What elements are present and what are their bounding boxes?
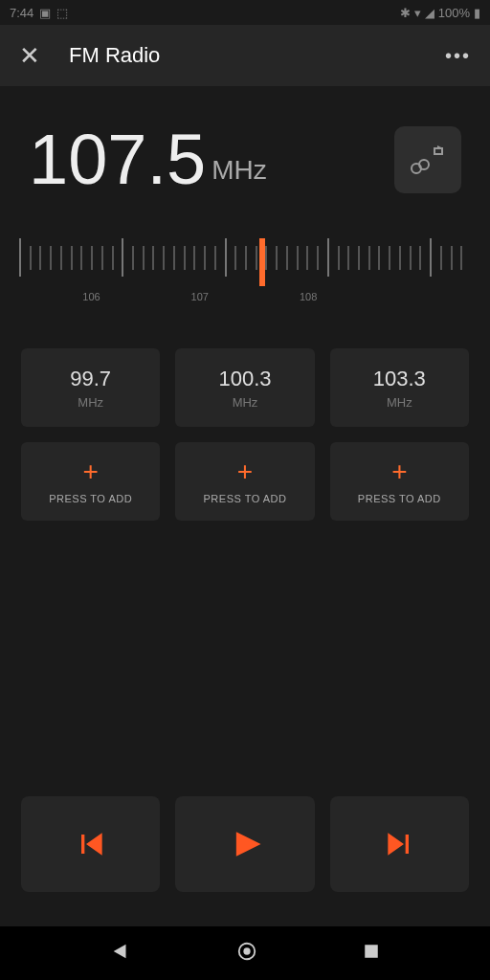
skip-next-icon: [380, 825, 418, 863]
wifi-icon: ▾: [414, 6, 421, 20]
preset-add-button[interactable]: +PRESS TO ADD: [21, 442, 160, 521]
close-button[interactable]: ✕: [19, 41, 40, 71]
dial-tick: [378, 246, 380, 270]
dial-tick: [112, 246, 114, 270]
frequency-unit: MHz: [212, 155, 267, 186]
plus-icon: +: [82, 458, 98, 485]
dial-tick: [256, 246, 257, 270]
speaker-icon: [411, 145, 445, 174]
playback-controls: [0, 796, 490, 917]
next-button[interactable]: [330, 796, 469, 892]
dial-tick: [297, 246, 299, 270]
presets-grid: 99.7MHz100.3MHz103.3MHz+PRESS TO ADD+PRE…: [0, 320, 490, 521]
dial-tick: [265, 246, 267, 270]
dial-tick: [234, 246, 236, 270]
frequency-display: 107.5 MHz: [0, 86, 490, 214]
dial-tick: [184, 246, 186, 270]
dial-tick: [327, 238, 329, 277]
dial-label: 106: [82, 291, 100, 302]
status-bar: 7:44 ▣ ⬚ ✱ ▾ ◢ 100% ▮: [0, 0, 490, 25]
preset-add-label: PRESS TO ADD: [204, 493, 287, 504]
preset-add-button[interactable]: +PRESS TO ADD: [330, 442, 469, 521]
preset-unit: MHz: [387, 395, 412, 410]
dial-tick: [460, 246, 462, 270]
back-icon: [110, 941, 131, 962]
dial-tick: [399, 246, 401, 270]
navigation-bar: [0, 926, 490, 980]
dial-tick: [152, 246, 154, 270]
app-title: FM Radio: [69, 43, 416, 68]
battery-text: 100%: [438, 6, 470, 20]
dial-tick: [245, 246, 247, 270]
dial-tick: [225, 238, 227, 277]
nav-home-button[interactable]: [236, 941, 257, 966]
bluetooth-icon: ✱: [400, 6, 411, 20]
dial-tick: [306, 246, 308, 270]
lock-icon: ⬚: [56, 6, 68, 20]
dial-tick: [71, 246, 73, 270]
dial-tick: [419, 246, 421, 270]
dial-tick: [143, 246, 145, 270]
frequency-value: 107.5: [29, 124, 206, 195]
dial-tick: [338, 246, 340, 270]
plus-icon: +: [391, 458, 407, 485]
preset-unit: MHz: [233, 395, 258, 410]
dial-tick: [451, 246, 453, 270]
dial-tick: [50, 246, 52, 270]
dial-label: 108: [300, 291, 317, 302]
dial-tick: [193, 246, 195, 270]
dial-tick: [163, 246, 165, 270]
dial-tick: [410, 246, 412, 270]
more-button[interactable]: •••: [445, 45, 471, 67]
preset-frequency: 103.3: [373, 367, 426, 391]
preset-station-button[interactable]: 100.3MHz: [175, 348, 314, 427]
battery-icon: ▮: [474, 6, 480, 20]
output-toggle-button[interactable]: [394, 126, 461, 193]
home-icon: [236, 941, 257, 962]
svg-rect-2: [365, 945, 378, 958]
previous-button[interactable]: [21, 796, 160, 892]
dial-tick: [214, 246, 216, 270]
image-icon: ▣: [39, 6, 51, 20]
dial-tick: [276, 246, 278, 270]
nav-back-button[interactable]: [110, 941, 131, 966]
dial-tick: [173, 246, 175, 270]
preset-unit: MHz: [78, 395, 103, 410]
dial-tick: [389, 246, 390, 270]
dial-tick: [91, 246, 93, 270]
play-button[interactable]: [175, 796, 314, 892]
dial-tick: [368, 246, 370, 270]
dial-tick: [101, 246, 103, 270]
dial-marker: [259, 238, 265, 286]
dial-tick: [204, 246, 206, 270]
dial-tick: [80, 246, 82, 270]
app-bar: ✕ FM Radio •••: [0, 25, 490, 86]
status-time: 7:44: [10, 6, 33, 20]
dial-tick: [30, 246, 32, 270]
preset-station-button[interactable]: 99.7MHz: [21, 348, 160, 427]
skip-previous-icon: [72, 825, 110, 863]
dial-tick: [286, 246, 288, 270]
dial-tick: [317, 246, 319, 270]
preset-frequency: 100.3: [218, 367, 271, 391]
svg-point-1: [243, 947, 250, 954]
preset-add-label: PRESS TO ADD: [358, 493, 441, 504]
recent-icon: [363, 943, 380, 960]
preset-frequency: 99.7: [70, 367, 111, 391]
plus-icon: +: [237, 458, 253, 485]
dial-tick: [347, 246, 349, 270]
nav-recent-button[interactable]: [363, 943, 380, 964]
dial-label: 107: [191, 291, 209, 302]
preset-add-button[interactable]: +PRESS TO ADD: [175, 442, 314, 521]
dial-tick: [19, 238, 21, 277]
dial-tick: [60, 246, 62, 270]
preset-add-label: PRESS TO ADD: [49, 493, 132, 504]
dial-tick: [132, 246, 134, 270]
preset-station-button[interactable]: 103.3MHz: [330, 348, 469, 427]
tuning-dial[interactable]: 106107108: [0, 214, 490, 320]
dial-tick: [122, 238, 123, 277]
dial-tick: [430, 238, 432, 277]
dial-tick: [39, 246, 41, 270]
dial-tick: [358, 246, 360, 270]
signal-icon: ◢: [425, 6, 434, 20]
